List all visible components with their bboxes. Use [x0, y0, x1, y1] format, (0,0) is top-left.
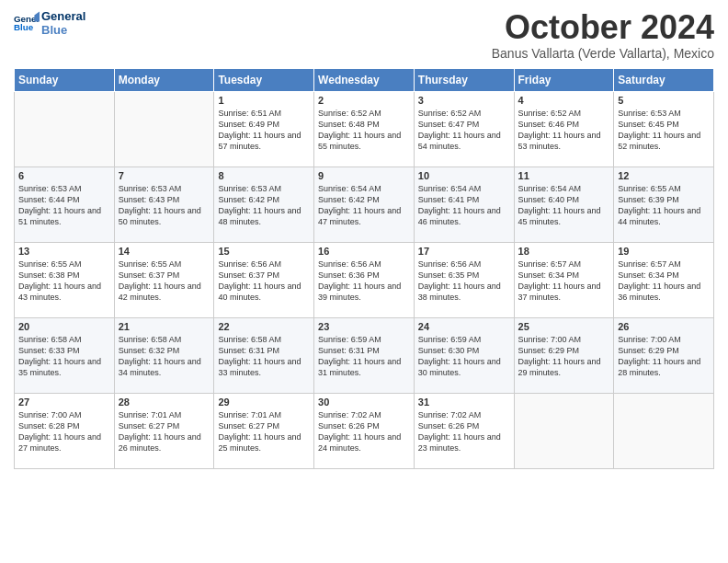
calendar-cell: 15 Sunrise: 6:56 AM Sunset: 6:37 PM Dayl… — [214, 242, 314, 317]
cell-daylight: Daylight: 11 hours and 42 minutes. — [119, 281, 210, 303]
calendar-cell: 23 Sunrise: 6:59 AM Sunset: 6:31 PM Dayl… — [314, 317, 415, 393]
cell-daylight: Daylight: 11 hours and 53 minutes. — [518, 130, 610, 152]
logo-line2: Blue — [41, 23, 85, 37]
calendar-cell: 6 Sunrise: 6:53 AM Sunset: 6:44 PM Dayli… — [15, 167, 115, 242]
calendar-cell: 19 Sunrise: 6:57 AM Sunset: 6:34 PM Dayl… — [614, 242, 714, 317]
cell-sunset: Sunset: 6:27 PM — [218, 420, 310, 431]
cell-daylight: Daylight: 11 hours and 45 minutes. — [518, 205, 610, 227]
cell-daylight: Daylight: 11 hours and 48 minutes. — [218, 205, 310, 227]
month-title: October 2024 — [492, 9, 714, 46]
cell-sunrise: Sunrise: 7:02 AM — [418, 409, 510, 420]
cell-sunset: Sunset: 6:29 PM — [518, 345, 610, 356]
cell-daylight: Daylight: 11 hours and 38 minutes. — [418, 281, 510, 303]
day-number: 9 — [318, 170, 410, 181]
day-number: 20 — [18, 321, 110, 332]
cell-daylight: Daylight: 11 hours and 34 minutes. — [119, 356, 210, 378]
cell-sunset: Sunset: 6:32 PM — [119, 345, 210, 356]
cell-sunset: Sunset: 6:33 PM — [18, 345, 110, 356]
logo-icon: General Blue — [14, 10, 40, 36]
cell-sunrise: Sunrise: 6:59 AM — [418, 334, 510, 345]
title-block: October 2024 Banus Vallarta (Verde Valla… — [492, 9, 714, 61]
cell-sunrise: Sunrise: 6:53 AM — [618, 108, 710, 119]
cell-sunset: Sunset: 6:48 PM — [318, 119, 410, 130]
day-number: 28 — [119, 396, 210, 408]
cell-daylight: Daylight: 11 hours and 35 minutes. — [18, 356, 110, 378]
logo: General Blue General Blue — [14, 9, 85, 37]
cell-sunrise: Sunrise: 6:55 AM — [618, 183, 710, 194]
col-friday: Friday — [514, 68, 614, 91]
cell-sunset: Sunset: 6:43 PM — [119, 194, 210, 205]
cell-sunrise: Sunrise: 7:00 AM — [18, 409, 110, 420]
day-number: 4 — [518, 95, 610, 106]
cell-daylight: Daylight: 11 hours and 36 minutes. — [618, 281, 710, 303]
cell-sunset: Sunset: 6:27 PM — [119, 420, 210, 431]
day-number: 15 — [218, 246, 310, 257]
cell-daylight: Daylight: 11 hours and 54 minutes. — [418, 130, 510, 152]
cell-sunset: Sunset: 6:31 PM — [218, 345, 310, 356]
calendar-week-1: 1 Sunrise: 6:51 AM Sunset: 6:49 PM Dayli… — [15, 91, 714, 167]
calendar-cell — [15, 91, 115, 167]
header: General Blue General Blue October 2024 B… — [14, 9, 714, 61]
calendar-cell: 26 Sunrise: 7:00 AM Sunset: 6:29 PM Dayl… — [614, 317, 714, 393]
cell-daylight: Daylight: 11 hours and 46 minutes. — [418, 205, 510, 227]
day-number: 27 — [18, 396, 110, 408]
calendar-week-4: 20 Sunrise: 6:58 AM Sunset: 6:33 PM Dayl… — [15, 317, 714, 393]
cell-sunset: Sunset: 6:31 PM — [318, 345, 410, 356]
day-number: 26 — [618, 321, 710, 332]
cell-daylight: Daylight: 11 hours and 50 minutes. — [119, 205, 210, 227]
calendar-cell: 31 Sunrise: 7:02 AM Sunset: 6:26 PM Dayl… — [414, 393, 514, 468]
calendar-week-5: 27 Sunrise: 7:00 AM Sunset: 6:28 PM Dayl… — [15, 393, 714, 468]
cell-daylight: Daylight: 11 hours and 33 minutes. — [218, 356, 310, 378]
cell-sunrise: Sunrise: 6:58 AM — [218, 334, 310, 345]
day-number: 17 — [418, 246, 510, 257]
cell-sunrise: Sunrise: 7:00 AM — [618, 334, 710, 345]
cell-sunset: Sunset: 6:26 PM — [318, 420, 410, 431]
day-number: 18 — [518, 246, 610, 257]
calendar-cell: 14 Sunrise: 6:55 AM Sunset: 6:37 PM Dayl… — [114, 242, 214, 317]
calendar-cell: 29 Sunrise: 7:01 AM Sunset: 6:27 PM Dayl… — [214, 393, 314, 468]
cell-sunset: Sunset: 6:44 PM — [18, 194, 110, 205]
day-number: 30 — [318, 396, 410, 408]
cell-sunrise: Sunrise: 6:57 AM — [518, 259, 610, 270]
cell-sunrise: Sunrise: 6:52 AM — [418, 108, 510, 119]
cell-daylight: Daylight: 11 hours and 51 minutes. — [18, 205, 110, 227]
cell-sunrise: Sunrise: 6:58 AM — [119, 334, 210, 345]
cell-sunset: Sunset: 6:47 PM — [418, 119, 510, 130]
cell-sunset: Sunset: 6:46 PM — [518, 119, 610, 130]
calendar-week-2: 6 Sunrise: 6:53 AM Sunset: 6:44 PM Dayli… — [15, 167, 714, 242]
cell-sunrise: Sunrise: 6:53 AM — [18, 183, 110, 194]
cell-sunrise: Sunrise: 6:55 AM — [119, 259, 210, 270]
cell-daylight: Daylight: 11 hours and 27 minutes. — [18, 431, 110, 454]
day-number: 10 — [418, 170, 510, 181]
col-wednesday: Wednesday — [314, 68, 415, 91]
calendar-cell: 13 Sunrise: 6:55 AM Sunset: 6:38 PM Dayl… — [15, 242, 115, 317]
day-number: 8 — [218, 170, 310, 181]
cell-sunrise: Sunrise: 6:52 AM — [318, 108, 410, 119]
cell-sunrise: Sunrise: 7:02 AM — [318, 409, 410, 420]
cell-sunset: Sunset: 6:34 PM — [518, 270, 610, 281]
day-number: 23 — [318, 321, 410, 332]
location-subtitle: Banus Vallarta (Verde Vallarta), Mexico — [492, 46, 714, 61]
logo-line1: General — [41, 9, 85, 23]
cell-daylight: Daylight: 11 hours and 30 minutes. — [418, 356, 510, 378]
calendar-cell: 25 Sunrise: 7:00 AM Sunset: 6:29 PM Dayl… — [514, 317, 614, 393]
cell-sunrise: Sunrise: 6:57 AM — [618, 259, 710, 270]
cell-daylight: Daylight: 11 hours and 23 minutes. — [418, 431, 510, 454]
calendar-cell: 21 Sunrise: 6:58 AM Sunset: 6:32 PM Dayl… — [114, 317, 214, 393]
cell-daylight: Daylight: 11 hours and 44 minutes. — [618, 205, 710, 227]
cell-daylight: Daylight: 11 hours and 28 minutes. — [618, 356, 710, 378]
cell-sunset: Sunset: 6:36 PM — [318, 270, 410, 281]
day-number: 2 — [318, 95, 410, 106]
calendar-cell: 28 Sunrise: 7:01 AM Sunset: 6:27 PM Dayl… — [114, 393, 214, 468]
day-number: 25 — [518, 321, 610, 332]
cell-daylight: Daylight: 11 hours and 40 minutes. — [218, 281, 310, 303]
day-number: 12 — [618, 170, 710, 181]
cell-sunrise: Sunrise: 6:58 AM — [18, 334, 110, 345]
calendar-cell: 11 Sunrise: 6:54 AM Sunset: 6:40 PM Dayl… — [514, 167, 614, 242]
calendar-cell: 22 Sunrise: 6:58 AM Sunset: 6:31 PM Dayl… — [214, 317, 314, 393]
calendar-cell: 24 Sunrise: 6:59 AM Sunset: 6:30 PM Dayl… — [414, 317, 514, 393]
cell-sunset: Sunset: 6:37 PM — [218, 270, 310, 281]
col-thursday: Thursday — [414, 68, 514, 91]
day-number: 24 — [418, 321, 510, 332]
col-sunday: Sunday — [15, 68, 115, 91]
